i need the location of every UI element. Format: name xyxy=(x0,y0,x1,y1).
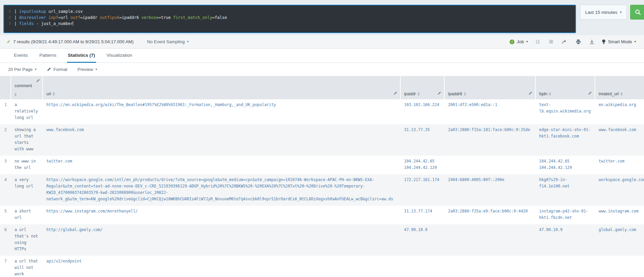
share-button[interactable] xyxy=(561,38,569,46)
cell-treated_url xyxy=(595,256,644,277)
cell-ipaddr[interactable]: 104.244.42.65 104.244.42.129 xyxy=(401,156,445,174)
table-body: 1a relatively long urlhttps://en.wikiped… xyxy=(0,99,644,277)
cell-fqdn[interactable]: 104.244.42.65 104.244.42.129 xyxy=(536,156,595,174)
cell-row-number: 7 xyxy=(0,256,11,277)
job-menu-label: Job xyxy=(517,39,524,44)
pencil-icon[interactable] xyxy=(36,79,40,83)
cell-fqdn xyxy=(536,256,595,277)
cell-ipaddr6[interactable]: 2a03:2880:f15a:181:face:b00c:0:25de xyxy=(445,124,536,156)
event-sampling-label: No Event Sampling xyxy=(147,39,184,44)
cell-treated_url[interactable]: workspace.google.com xyxy=(595,174,644,206)
cell-treated_url[interactable]: www.facebook.com xyxy=(595,124,644,156)
pencil-icon[interactable] xyxy=(588,91,592,95)
search-mode-selector[interactable]: Smart Mode ▾ xyxy=(602,39,636,45)
print-icon xyxy=(576,39,581,45)
print-button[interactable] xyxy=(575,38,582,46)
cell-comment[interactable]: a url that's not using HTTPs xyxy=(11,224,43,256)
caret-down-icon: ▾ xyxy=(35,68,37,71)
pause-button[interactable] xyxy=(534,38,541,46)
export-button[interactable] xyxy=(588,38,596,46)
query-text: | dnsresolver inpf=url outf=ipaddr outfi… xyxy=(14,15,227,21)
tab-visualization[interactable]: Visualization xyxy=(106,49,133,63)
cell-treated_url[interactable]: www.instagram.com xyxy=(595,206,644,224)
results-summary: 7 results (9/29/21 4:49:17.000 AM to 9/2… xyxy=(13,39,134,44)
column-header-rownum xyxy=(0,76,11,99)
column-header-treated_url[interactable]: treated_url xyxy=(595,76,644,99)
pencil-icon[interactable] xyxy=(393,91,397,95)
cell-ipaddr6 xyxy=(445,224,536,256)
caret-down-icon: ▾ xyxy=(620,11,622,14)
search-section: 1| inputlookup url_sample.csv2| dnsresol… xyxy=(0,0,644,35)
cell-ipaddr[interactable]: 172.217.161.174 xyxy=(401,174,445,206)
cell-comment[interactable]: a very long url xyxy=(11,174,43,206)
per-page-dropdown[interactable]: 20 Per Page ▾ xyxy=(8,67,37,72)
column-header-label: url xyxy=(46,92,51,96)
cell-fqdn[interactable]: 47.90.10.9 xyxy=(536,224,595,256)
column-header-ipaddr6[interactable]: ipaddr6 xyxy=(445,76,536,99)
cell-ipaddr6[interactable]: 2404:6800:4005:80f::200e xyxy=(445,174,536,206)
share-icon xyxy=(562,39,568,45)
cell-url[interactable]: api/v2/endpoint xyxy=(43,256,401,277)
query-text: | inputlookup url_sample.csv xyxy=(14,8,83,15)
job-menu[interactable]: i Job ▾ xyxy=(510,39,528,44)
cell-ipaddr6[interactable]: 2a03:2880:f25a:e0:face:b00c:0:4420 xyxy=(445,206,536,224)
sort-icon xyxy=(621,92,623,96)
pencil-icon[interactable] xyxy=(528,91,532,95)
table-row: 5a short urlhttps://www.instagram.com/mo… xyxy=(0,206,644,224)
event-sampling-dropdown[interactable]: No Event Sampling ▾ xyxy=(147,39,188,44)
search-query-editor[interactable]: 1| inputlookup url_sample.csv2| dnsresol… xyxy=(3,5,576,33)
search-icon xyxy=(635,9,641,16)
cell-treated_url[interactable]: en.wikipedia.org xyxy=(595,99,644,124)
tab-patterns[interactable]: Patterns xyxy=(38,49,57,63)
tab-events[interactable]: Events xyxy=(13,49,29,63)
cell-fqdn[interactable]: hkg07s29-in- f14.1e100.net xyxy=(536,174,595,206)
cell-fqdn[interactable]: instagram-p42-shv-01- hkt1.fbcdn.net xyxy=(536,206,595,224)
cell-ipaddr[interactable]: 103.102.166.224 xyxy=(401,99,445,124)
cell-treated_url[interactable]: twitter.com xyxy=(595,156,644,174)
query-line: 2| dnsresolver inpf=url outf=ipaddr outf… xyxy=(4,15,575,21)
lightbulb-icon xyxy=(602,39,606,45)
query-line: 3| fields - just_a_number xyxy=(4,21,575,27)
cell-ipaddr6[interactable]: 2001:df2:e500:ed1a::1 xyxy=(445,99,536,124)
line-number: 3 xyxy=(4,21,14,27)
stop-button[interactable] xyxy=(548,38,555,46)
stop-icon xyxy=(549,40,553,44)
cell-url[interactable]: https://en.wikipedia.org/wiki/The_Beatle… xyxy=(43,99,401,124)
column-header-url[interactable]: url xyxy=(43,76,401,99)
table-row: 7a url that will not workapi/v2/endpoint xyxy=(0,256,644,277)
cell-ipaddr[interactable]: 31.13.77.174 xyxy=(401,206,445,224)
cell-url[interactable]: https://workspace.google.com/intl/en_ph/… xyxy=(43,174,401,206)
cell-treated_url[interactable]: global.geely.com xyxy=(595,224,644,256)
sort-icon xyxy=(418,92,420,96)
format-label: Format xyxy=(53,67,67,72)
tab-statistics[interactable]: Statistics (7) xyxy=(67,49,96,63)
cell-comment[interactable]: a short url xyxy=(11,206,43,224)
cell-comment[interactable]: a url that will not work xyxy=(11,256,43,277)
cell-ipaddr xyxy=(401,256,445,277)
cell-comment[interactable]: a relatively long url xyxy=(11,99,43,124)
column-header-comment[interactable]: comment xyxy=(11,76,43,99)
time-range-picker[interactable]: Last 15 minutes ▾ xyxy=(580,5,627,20)
cell-url[interactable]: www.facebook.com xyxy=(43,124,401,156)
cell-url[interactable]: http://global.geely.com/ xyxy=(43,224,401,256)
column-header-fqdn[interactable]: fqdn xyxy=(536,76,595,99)
sort-icon xyxy=(549,92,551,96)
cell-comment[interactable]: no www in the url xyxy=(11,156,43,174)
cell-ipaddr[interactable]: 47.90.10.9 xyxy=(401,224,445,256)
cell-fqdn[interactable]: text- lb.eqsin.wikimedia.org xyxy=(536,99,595,124)
cell-url[interactable]: twitter.com xyxy=(43,156,401,174)
statistics-toolbar: 20 Per Page ▾ Format Preview ▾ xyxy=(0,63,644,76)
search-mode-label: Smart Mode xyxy=(608,39,632,44)
cell-comment[interactable]: showing a url that starts with www xyxy=(11,124,43,156)
column-header-ipaddr[interactable]: ipaddr xyxy=(401,76,445,99)
cell-url[interactable]: https://www.instagram.com/morethanyell/ xyxy=(43,206,401,224)
pencil-icon[interactable] xyxy=(437,91,441,95)
column-header-label: ipaddr6 xyxy=(448,92,462,96)
column-header-label: treated_url xyxy=(599,92,619,96)
preview-dropdown[interactable]: Preview ▾ xyxy=(77,67,97,72)
cell-ipaddr[interactable]: 31.13.77.35 xyxy=(401,124,445,156)
cell-fqdn[interactable]: edge-star-mini-shv-01- hkt1.facebook.com xyxy=(536,124,595,156)
format-button[interactable]: Format xyxy=(47,67,67,72)
table-row: 2showing a url that starts with wwwwww.f… xyxy=(0,124,644,156)
search-button[interactable] xyxy=(630,5,644,20)
